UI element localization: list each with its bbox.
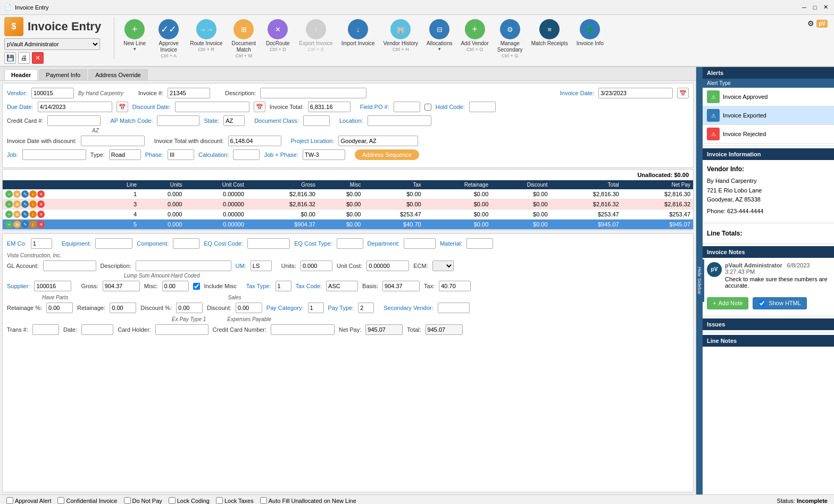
route-invoice-button[interactable]: →→ Route Invoice Ctrl + R bbox=[187, 17, 226, 54]
new-line-button[interactable]: + New Line ▼ bbox=[119, 17, 151, 54]
docroute-button[interactable]: ✕ DocRoute Ctrl + D bbox=[262, 17, 294, 54]
settings-button[interactable]: ⚙ bbox=[807, 19, 814, 28]
line-edit-btn[interactable]: ✎ bbox=[21, 200, 29, 208]
discount-date-calendar[interactable]: 📅 bbox=[254, 102, 265, 112]
line-copy-btn[interactable]: ⊕ bbox=[13, 190, 21, 198]
credit-card-input[interactable] bbox=[47, 115, 101, 126]
tax-code-input[interactable] bbox=[326, 281, 358, 291]
status-check-lock-taxes[interactable]: Lock Taxes bbox=[216, 497, 254, 504]
eq-cost-code-label[interactable]: EQ Cost Code: bbox=[204, 240, 243, 247]
secondary-vendor-input[interactable] bbox=[438, 303, 470, 313]
print-button[interactable]: 🖨 bbox=[18, 52, 30, 64]
table-row[interactable]: + ⊕ ✎ i ✕ 40.0000.00000$0.00$0.00$253.47… bbox=[3, 209, 693, 220]
field-po-label[interactable]: Field PO #: bbox=[360, 104, 389, 110]
line-info-btn[interactable]: i bbox=[29, 221, 37, 228]
net-pay-input[interactable] bbox=[365, 324, 403, 335]
add-note-button[interactable]: + Add Note bbox=[707, 297, 748, 309]
manage-secondary-button[interactable]: ⚙ ManageSecondary Ctrl + G bbox=[494, 17, 526, 61]
um-input[interactable] bbox=[251, 261, 272, 271]
retainage-input[interactable] bbox=[110, 303, 136, 313]
line-delete-btn[interactable]: ✕ bbox=[37, 200, 45, 208]
ecm-select[interactable] bbox=[432, 261, 454, 271]
job-phase-input[interactable] bbox=[303, 149, 345, 160]
units-input[interactable] bbox=[301, 261, 332, 271]
calculation-input[interactable] bbox=[233, 149, 260, 160]
invoice-date-calendar[interactable]: 📅 bbox=[677, 88, 689, 98]
job-label[interactable]: Job: bbox=[7, 152, 18, 158]
checkbox-lock-taxes[interactable] bbox=[216, 497, 223, 504]
discount-date-input[interactable] bbox=[175, 102, 249, 112]
status-check-lock-coding[interactable]: Lock Coding bbox=[169, 497, 210, 504]
pay-type-label[interactable]: Pay Type: bbox=[328, 305, 354, 311]
invoice-date-input[interactable] bbox=[598, 88, 673, 98]
add-vendor-button[interactable]: + Add Vendor Ctrl + O bbox=[457, 17, 491, 54]
due-date-input[interactable] bbox=[38, 102, 112, 112]
line-info-btn[interactable]: i bbox=[29, 190, 37, 198]
location-input[interactable] bbox=[368, 115, 431, 126]
eq-cost-type-input[interactable] bbox=[337, 238, 363, 249]
alert-item-invoice-exported[interactable]: ⚠ Invoice Exported bbox=[703, 106, 834, 125]
pay-category-label[interactable]: Pay Category: bbox=[266, 305, 304, 311]
line-add-btn[interactable]: + bbox=[5, 200, 13, 208]
tax-code-label[interactable]: Tax Code: bbox=[296, 283, 322, 289]
em-co-input[interactable] bbox=[31, 238, 52, 249]
approve-invoice-button[interactable]: ✓✓ ApproveInvoice Ctrl + A bbox=[153, 17, 185, 61]
line-delete-btn[interactable]: ✕ bbox=[37, 190, 45, 198]
department-input[interactable] bbox=[404, 238, 436, 249]
trans-input[interactable] bbox=[32, 324, 59, 335]
job-input[interactable] bbox=[22, 149, 86, 160]
department-label[interactable]: Department: bbox=[368, 240, 400, 247]
detail-description-input[interactable] bbox=[136, 261, 231, 271]
line-add-btn[interactable]: + bbox=[5, 190, 13, 198]
user-select[interactable]: pVault Administrator bbox=[4, 38, 100, 50]
unit-cost-input[interactable] bbox=[366, 261, 409, 271]
table-row[interactable]: + ⊕ ✎ i ✕ 50.0000.00000$904.37$0.00$40.7… bbox=[3, 220, 693, 230]
credit-card-number-input[interactable] bbox=[271, 324, 335, 335]
tab-payment-info[interactable]: Payment Info bbox=[39, 69, 87, 80]
eq-cost-type-label[interactable]: EQ Cost Type: bbox=[294, 240, 332, 247]
line-add-btn[interactable]: + bbox=[5, 221, 13, 228]
status-check-auto-fill-unallocated[interactable]: Auto Fill Unallocated on New Line bbox=[260, 497, 356, 504]
material-label[interactable]: Material: bbox=[440, 240, 462, 247]
component-label[interactable]: Component: bbox=[137, 240, 169, 247]
supplier-input[interactable] bbox=[34, 281, 71, 291]
material-input[interactable] bbox=[466, 238, 493, 249]
line-delete-btn[interactable]: ✕ bbox=[37, 221, 45, 228]
hold-code-label[interactable]: Hold Code: bbox=[436, 104, 465, 110]
status-check-approval-alert[interactable]: Approval Alert bbox=[6, 497, 51, 504]
hold-code-input[interactable] bbox=[469, 102, 496, 112]
status-check-do-not-pay[interactable]: Do Not Pay bbox=[124, 497, 162, 504]
alert-item-invoice-rejected[interactable]: ⚠ Invoice Rejected bbox=[703, 125, 834, 144]
invoice-date-label[interactable]: Invoice Date: bbox=[560, 90, 594, 96]
total-input[interactable] bbox=[426, 324, 463, 335]
match-receipts-button[interactable]: ≡ Match Receipts bbox=[528, 17, 571, 49]
show-html-checkbox[interactable] bbox=[758, 300, 765, 307]
line-copy-btn[interactable]: ⊕ bbox=[13, 221, 21, 228]
date-input[interactable] bbox=[81, 324, 113, 335]
sidebar-collapse-handle[interactable]: Hide Sidebar bbox=[696, 67, 703, 494]
state-input[interactable] bbox=[223, 115, 245, 126]
vendor-input[interactable] bbox=[31, 88, 74, 98]
location-label[interactable]: Location: bbox=[339, 117, 363, 124]
vendor-history-button[interactable]: 🏢 Vendor History Ctrl + H bbox=[380, 17, 422, 54]
gross-input[interactable] bbox=[103, 281, 140, 291]
checkbox-approval-alert[interactable] bbox=[6, 497, 13, 504]
project-location-label[interactable]: Project Location: bbox=[291, 138, 335, 144]
invoice-num-input[interactable] bbox=[168, 88, 210, 98]
field-po-input[interactable] bbox=[394, 102, 420, 112]
alert-item-invoice-approved[interactable]: ⚠ Invoice Approved bbox=[703, 88, 834, 106]
line-edit-btn[interactable]: ✎ bbox=[21, 190, 29, 198]
checkbox-do-not-pay[interactable] bbox=[124, 497, 131, 504]
due-date-label[interactable]: Due Date: bbox=[7, 104, 34, 110]
tax-type-label[interactable]: Tax Type: bbox=[246, 283, 271, 289]
tab-address-override[interactable]: Address Override bbox=[88, 69, 148, 80]
vendor-label[interactable]: Vendor: bbox=[7, 90, 27, 96]
discount-pct-input[interactable] bbox=[176, 303, 203, 313]
minimize-button[interactable]: ─ bbox=[800, 3, 808, 12]
address-sequence-button[interactable]: Address Sequence bbox=[355, 149, 419, 160]
em-co-label[interactable]: EM Co: bbox=[7, 240, 27, 247]
eq-cost-code-input[interactable] bbox=[247, 238, 290, 249]
document-class-input[interactable] bbox=[303, 115, 330, 126]
um-label[interactable]: UM: bbox=[236, 263, 246, 269]
project-location-input[interactable] bbox=[338, 136, 418, 146]
